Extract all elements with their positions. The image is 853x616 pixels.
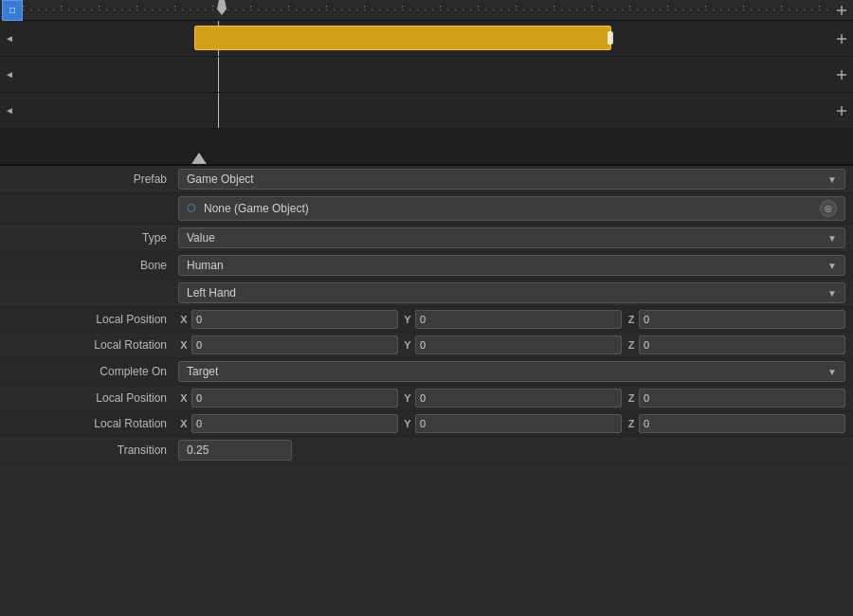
local-rotation-1-x-input[interactable] [191, 335, 398, 354]
track-content-1 [19, 21, 829, 56]
transition-input[interactable] [178, 440, 292, 461]
local-position-1-row: Local Position X Y Z [0, 307, 853, 333]
timeline-track-1: ◄ [0, 21, 853, 57]
track-scroll-right-3[interactable] [829, 93, 853, 128]
bone-dropdown-arrow: ▼ [827, 261, 837, 271]
local-position-1-xyz: X Y Z [178, 310, 845, 329]
local-position-1-z-input[interactable] [639, 310, 845, 329]
local-position-1-x-input[interactable] [191, 310, 398, 329]
complete-on-dropdown[interactable]: Target ▼ [178, 361, 845, 382]
playhead-bottom-arrow [191, 153, 207, 164]
cube-icon: ⬡ [187, 202, 200, 215]
type-dropdown-arrow: ▼ [827, 233, 837, 244]
animation-clip[interactable] [194, 26, 611, 50]
y-label-2a: Y [402, 392, 413, 404]
z-label-2a: Z [626, 392, 637, 404]
track-scroll-left-3[interactable]: ◄ [0, 93, 19, 128]
local-rotation-2-label: Local Rotation [8, 417, 178, 430]
properties-panel: Prefab Game Object ▼ ⬡ None (Game Object… [0, 166, 853, 464]
transition-value [178, 440, 845, 461]
local-rotation-2-y-field: Y [402, 414, 622, 433]
timeline-track-3: ◄ [0, 93, 853, 129]
game-object-value: ⬡ None (Game Object) ◎ [178, 196, 845, 221]
local-position-1-y-input[interactable] [415, 310, 622, 329]
prefab-dropdown-arrow: ▼ [827, 174, 837, 185]
track-content-3 [19, 93, 829, 128]
local-position-2-y-field: Y [402, 389, 622, 408]
local-position-2-x-input[interactable] [191, 389, 398, 408]
z-label-1a: Z [626, 314, 637, 325]
game-object-row: ⬡ None (Game Object) ◎ [0, 193, 853, 225]
ruler-ticks [23, 0, 829, 20]
local-rotation-1-y-input[interactable] [415, 335, 622, 354]
track-scroll-left-1[interactable]: ◄ [0, 21, 19, 56]
type-label: Type [8, 231, 178, 245]
x-label-1b: X [178, 339, 190, 351]
bone-label: Bone [8, 259, 178, 272]
bone-dropdown[interactable]: Human ▼ [178, 255, 845, 276]
timeline-track-2: ◄ [0, 57, 853, 93]
prefab-value: Game Object ▼ [178, 169, 845, 190]
playhead-line-2 [218, 57, 219, 92]
local-position-1-value: X Y Z [178, 310, 845, 329]
track-scroll-right-1[interactable] [829, 21, 853, 56]
z-label-2b: Z [626, 418, 637, 429]
x-label-1a: X [178, 314, 190, 325]
complete-on-value: Target ▼ [178, 361, 845, 382]
transition-label: Transition [8, 444, 178, 457]
x-label-2a: X [178, 392, 190, 404]
y-label-1b: Y [402, 339, 413, 351]
local-rotation-2-z-input[interactable] [639, 414, 845, 433]
complete-on-row: Complete On Target ▼ [0, 358, 853, 386]
transition-row: Transition [0, 437, 853, 464]
local-rotation-2-x-input[interactable] [191, 414, 398, 433]
game-object-field[interactable]: ⬡ None (Game Object) ◎ [178, 196, 845, 221]
local-position-2-row: Local Position X Y Z [0, 386, 853, 411]
local-position-2-z-input[interactable] [639, 389, 845, 408]
local-rotation-2-x-field: X [178, 414, 398, 433]
local-rotation-2-y-input[interactable] [415, 414, 622, 433]
playhead-line-3 [218, 93, 219, 128]
local-position-2-xyz: X Y Z [178, 389, 845, 408]
local-rotation-1-value: X Y Z [178, 335, 845, 354]
bone-value: Human ▼ [178, 255, 845, 276]
prefab-row: Prefab Game Object ▼ [0, 166, 853, 193]
z-label-1b: Z [626, 339, 637, 351]
prefab-dropdown[interactable]: Game Object ▼ [178, 169, 845, 190]
timeline-area: □ ◄ ◄ [0, 0, 853, 166]
type-value: Value ▼ [178, 227, 845, 248]
local-position-1-label: Local Position [8, 313, 178, 326]
track-content-2 [19, 57, 829, 92]
bone-sub-row: Left Hand ▼ [0, 280, 853, 307]
y-label-2b: Y [402, 418, 413, 429]
bone-sub-value: Left Hand ▼ [178, 282, 845, 303]
local-position-2-z-field: Z [626, 389, 845, 408]
local-rotation-1-xyz: X Y Z [178, 335, 845, 354]
local-position-2-value: X Y Z [178, 389, 845, 408]
local-rotation-2-z-field: Z [626, 414, 845, 433]
timeline-header: □ [0, 0, 853, 21]
x-label-2b: X [178, 418, 190, 429]
add-track-icon[interactable] [835, 4, 848, 17]
local-rotation-2-value: X Y Z [178, 414, 845, 433]
bone-sub-dropdown[interactable]: Left Hand ▼ [178, 282, 845, 303]
y-label-1a: Y [402, 314, 413, 325]
local-rotation-1-label: Local Rotation [8, 338, 178, 352]
game-object-select-btn[interactable]: ◎ [820, 200, 837, 217]
local-rotation-1-y-field: Y [402, 335, 622, 354]
local-rotation-1-z-field: Z [626, 335, 845, 354]
local-rotation-1-z-input[interactable] [639, 335, 845, 354]
local-rotation-1-x-field: X [178, 335, 398, 354]
local-position-2-x-field: X [178, 389, 398, 408]
track-scroll-left-2[interactable]: ◄ [0, 57, 19, 92]
timeline-record-icon[interactable]: □ [2, 0, 23, 21]
clip-end-handle[interactable] [608, 31, 613, 45]
track-scroll-right-2[interactable] [829, 57, 853, 92]
local-position-1-x-field: X [178, 310, 398, 329]
local-rotation-1-row: Local Rotation X Y Z [0, 333, 853, 358]
type-dropdown[interactable]: Value ▼ [178, 227, 845, 248]
timeline-ruler [23, 0, 829, 20]
complete-on-label: Complete On [8, 365, 178, 378]
complete-on-dropdown-arrow: ▼ [827, 367, 837, 377]
local-position-2-y-input[interactable] [415, 389, 622, 408]
